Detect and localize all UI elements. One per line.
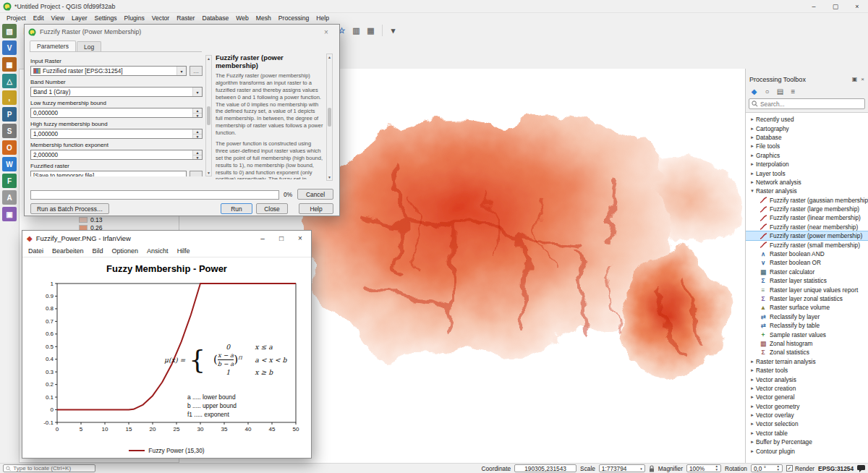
locator-box[interactable] xyxy=(3,464,95,472)
toolbox-group[interactable]: ▸Network analysis xyxy=(746,178,868,187)
menu-processing[interactable]: Processing xyxy=(275,14,313,22)
menu-mesh[interactable]: Mesh xyxy=(252,14,275,22)
coordinate-value[interactable]: 190305,231543 xyxy=(514,464,576,472)
help-button[interactable]: Help xyxy=(299,203,333,214)
menu-layer[interactable]: Layer xyxy=(68,14,91,22)
toolbox-algorithm[interactable]: Fuzzify raster (linear membership) xyxy=(746,213,868,222)
add-postgis-layer[interactable]: P xyxy=(2,107,17,122)
toolbox-algorithm[interactable]: ∨Raster boolean OR xyxy=(746,258,868,267)
toolbox-group[interactable]: ▸Layer tools xyxy=(746,169,868,177)
options-icon[interactable]: ≡ xyxy=(788,86,799,97)
add-spatialite-layer[interactable]: S xyxy=(2,124,17,138)
toolbox-algorithm[interactable]: +Sample raster values xyxy=(746,330,868,338)
toolbox-group[interactable]: ▾Raster analysis xyxy=(746,187,868,195)
toolbox-group[interactable]: ▸File tools xyxy=(746,142,868,150)
iv-menu-bild[interactable]: Bild xyxy=(88,247,108,255)
toolbox-group[interactable]: ▸Vector general xyxy=(746,393,868,401)
crs-status[interactable]: EPSG:31254 xyxy=(818,465,854,472)
add-raster-layer[interactable]: ▦ xyxy=(2,57,17,72)
toolbox-algorithm[interactable]: ≡Raster layer unique values report xyxy=(746,285,868,294)
toolbox-algorithm[interactable]: ⇄Reclassify by layer xyxy=(746,312,868,321)
toolbox-algorithm[interactable]: Fuzzify raster (small membership) xyxy=(746,240,868,249)
toolbox-group[interactable]: ▸Raster tools xyxy=(746,366,868,375)
menu-plugins[interactable]: Plugins xyxy=(121,14,148,22)
iv-menu-bearbeiten[interactable]: Bearbeiten xyxy=(48,247,88,255)
menu-database[interactable]: Database xyxy=(198,14,232,22)
add-wfs-layer[interactable]: F xyxy=(2,174,17,188)
toolbox-group[interactable]: ▸Graphics xyxy=(746,151,868,160)
menu-raster[interactable]: Raster xyxy=(173,14,198,22)
spin-field[interactable]: 2,000000▲▼ xyxy=(30,150,203,160)
browse-button[interactable]: … xyxy=(190,66,203,76)
results-viewer-icon[interactable]: ▤ xyxy=(775,86,786,97)
toolbox-group[interactable]: ▸Contour plugin xyxy=(746,446,868,455)
panel-float-icon[interactable]: ▣ xyxy=(852,76,858,82)
toolbox-group[interactable]: ▸Buffer by Percentage xyxy=(746,438,868,446)
iv-menu-ansicht[interactable]: Ansicht xyxy=(142,247,173,255)
form-scrollbar[interactable]: ▲▼ xyxy=(205,55,212,176)
layout-manager[interactable]: ▦ xyxy=(364,24,378,38)
menu-settings[interactable]: Settings xyxy=(91,14,121,22)
toolbox-group[interactable]: ▸Vector overlay xyxy=(746,411,868,419)
toolbox-group[interactable]: ▸Interpolation xyxy=(746,160,868,169)
tab-log[interactable]: Log xyxy=(77,41,101,51)
add-mesh-layer[interactable]: △ xyxy=(2,74,17,88)
toolbox-group[interactable]: ▸Raster terrain analysis xyxy=(746,357,868,366)
batch-process-button[interactable]: Run as Batch Process… xyxy=(30,203,109,214)
iv-menu-datei[interactable]: Datei xyxy=(24,247,48,255)
toolbox-algorithm[interactable]: ⇄Reclassify by table xyxy=(746,321,868,330)
menu-help[interactable]: Help xyxy=(312,14,333,22)
minimize-button[interactable]: – xyxy=(803,0,825,12)
menu-edit[interactable]: Edit xyxy=(30,14,48,22)
messages-icon[interactable] xyxy=(857,465,865,472)
cancel-button[interactable]: Cancel xyxy=(297,189,333,200)
iv-minimize-button[interactable]: – xyxy=(253,231,272,245)
toolbox-algorithm[interactable]: ∧Raster boolean AND xyxy=(746,250,868,258)
iv-maximize-button[interactable]: □ xyxy=(272,231,291,245)
toolbox-algorithm[interactable]: ΣRaster layer zonal statistics xyxy=(746,294,868,303)
history-icon[interactable]: ○ xyxy=(762,86,773,97)
spin-field[interactable]: 0,000000▲▼ xyxy=(30,108,203,118)
toolbox-search-input[interactable] xyxy=(760,101,862,108)
new-layout[interactable]: ▥ xyxy=(349,24,363,38)
toolbar-overflow[interactable]: ▾ xyxy=(386,24,400,38)
open-data-source-manager[interactable]: ▧ xyxy=(2,24,17,38)
toolbox-algorithm[interactable]: Fuzzify raster (gaussian membership) xyxy=(746,196,868,205)
scale-combo[interactable]: 1:773794▾ xyxy=(599,464,645,472)
tab-parameters[interactable]: Parameters xyxy=(30,41,76,51)
add-wms-layer[interactable]: W xyxy=(2,157,17,171)
toolbox-group[interactable]: ▸Vector geometry xyxy=(746,402,868,411)
toolbox-group[interactable]: ▸Vector creation xyxy=(746,384,868,393)
toolbox-algorithm[interactable]: Fuzzify raster (large membership) xyxy=(746,205,868,213)
toolbox-algorithm[interactable]: ΣZonal statistics xyxy=(746,348,868,357)
lock-scale-icon[interactable] xyxy=(649,465,655,472)
toolbox-algorithm[interactable]: ▥Zonal histogram xyxy=(746,339,868,348)
toolbox-algorithm[interactable]: ΣRaster layer statistics xyxy=(746,276,868,285)
menu-project[interactable]: Project xyxy=(3,14,30,22)
menu-vector[interactable]: Vector xyxy=(148,14,173,22)
toolbox-algorithm[interactable]: Fuzzify raster (near membership) xyxy=(746,223,868,231)
close-button[interactable]: × xyxy=(846,0,868,12)
rotation-spin[interactable]: 0,0 °▲▼ xyxy=(751,464,783,472)
magnifier-spin[interactable]: 100%▲▼ xyxy=(686,464,721,472)
help-scrollbar[interactable]: ▲▼ xyxy=(326,54,333,181)
toolbox-algorithm[interactable]: Fuzzify raster (power membership) xyxy=(746,231,868,240)
models-icon[interactable]: ◆ xyxy=(749,86,760,97)
toolbox-algorithm[interactable]: ▲Raster surface volume xyxy=(746,303,868,312)
browse-button[interactable]: … xyxy=(190,171,203,176)
maximize-button[interactable]: ▢ xyxy=(825,0,846,12)
toolbox-algorithm[interactable]: ▦Raster calculator xyxy=(746,268,868,276)
dialog-close-button[interactable]: × xyxy=(317,28,336,36)
toolbox-group[interactable]: ▸Vector selection xyxy=(746,419,868,428)
combo-field[interactable]: Band 1 (Gray)▾ xyxy=(30,87,203,97)
iv-menu-optionen[interactable]: Optionen xyxy=(108,247,143,255)
iv-close-button[interactable]: × xyxy=(291,231,310,245)
iv-menu-hilfe[interactable]: Hilfe xyxy=(173,247,195,255)
layer-legend-item[interactable]: 0.13 xyxy=(20,216,179,223)
add-vector-layer[interactable]: V xyxy=(2,41,17,55)
add-delimited-text-layer[interactable]: , xyxy=(2,90,17,105)
add-virtual-layer[interactable]: ▣ xyxy=(2,207,17,221)
menu-web[interactable]: Web xyxy=(232,14,252,22)
toolbox-group[interactable]: ▸Vector table xyxy=(746,429,868,438)
combo-field[interactable]: Fuzzified raster [EPSG:31254]▾ xyxy=(30,66,187,76)
